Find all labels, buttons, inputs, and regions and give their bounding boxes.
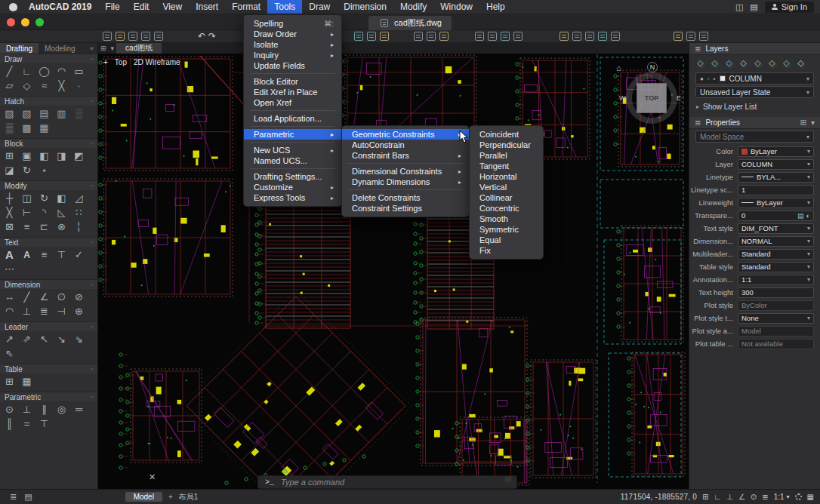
menu-item-drafting-settings[interactable]: Drafting Settings...	[244, 171, 341, 182]
menu-item-inquiry[interactable]: Inquiry	[244, 50, 341, 60]
section-header-hatch[interactable]: Hatch	[0, 96, 97, 106]
pan-icon[interactable]	[488, 32, 497, 41]
dimension-style-dropdown[interactable]: NORMAL	[738, 236, 814, 247]
vertical-icon[interactable]	[3, 418, 16, 430]
open-icon[interactable]	[116, 32, 125, 41]
hatch-horizontal-icon[interactable]	[38, 108, 51, 120]
properties-panel-header[interactable]: Properties	[689, 117, 820, 129]
menu-item-autoconstrain[interactable]: AutoConstrain	[342, 140, 469, 150]
orbit-icon[interactable]	[513, 32, 523, 41]
layer-freeze-icon[interactable]	[707, 75, 710, 82]
extend-icon[interactable]	[20, 207, 33, 219]
lights-icon[interactable]	[699, 32, 708, 41]
menu-item-equal[interactable]: Equal	[470, 235, 543, 245]
sheet-set-icon[interactable]	[427, 32, 436, 41]
menu-item-spelling[interactable]: Spelling⌘:	[244, 18, 341, 29]
text-height-input[interactable]: 300	[738, 287, 814, 298]
equal-icon[interactable]	[20, 418, 33, 430]
coincident-icon[interactable]	[3, 404, 16, 416]
freeze-layer-icon[interactable]	[766, 58, 778, 68]
explode-icon[interactable]	[55, 221, 68, 233]
chevron-down-icon[interactable]	[111, 45, 115, 52]
menu-item-perpendicular[interactable]: Perpendicular	[470, 140, 543, 150]
section-options-icon[interactable]	[91, 281, 93, 288]
align-leaders-icon[interactable]	[55, 333, 68, 346]
menu-item-named-ucs[interactable]: Named UCS...	[244, 155, 341, 166]
menu-item-dimensional-constraints[interactable]: Dimensional Constraints	[342, 166, 469, 177]
plot-preview-icon[interactable]	[367, 32, 376, 41]
shortcut-icon[interactable]	[750, 2, 757, 12]
menu-item-express-tools[interactable]: Express Tools	[244, 192, 341, 203]
save-as-icon[interactable]	[141, 32, 150, 41]
markup-icon[interactable]	[439, 32, 449, 41]
stretch-icon[interactable]	[38, 221, 51, 233]
linear-dimension-icon[interactable]	[3, 291, 16, 303]
menu-item-smooth[interactable]: Smooth	[470, 214, 543, 224]
apple-logo-icon[interactable]	[9, 3, 17, 11]
menu-item-coincident[interactable]: Coincident	[470, 129, 543, 140]
layer-dropdown[interactable]: COLUMN	[738, 159, 814, 170]
export-dwf-icon[interactable]	[572, 32, 581, 41]
panel-menu-icon[interactable]	[695, 45, 701, 53]
hatch-dots-light-icon[interactable]	[72, 108, 85, 120]
menu-item-customize[interactable]: Customize	[244, 182, 341, 192]
section-header-block[interactable]: Block	[0, 138, 97, 148]
selection-dropdown[interactable]: Model Space	[695, 131, 814, 143]
multileader-icon[interactable]	[3, 333, 16, 346]
viewcube-top-face[interactable]: TOP	[637, 83, 667, 113]
viewport-view-control[interactable]: Top	[115, 58, 127, 66]
field-icon[interactable]	[3, 263, 16, 275]
materials-icon[interactable]	[686, 32, 695, 41]
set-base-point-icon[interactable]	[3, 164, 16, 177]
menu-item-concentric[interactable]: Concentric	[470, 203, 543, 214]
menubar-item-view[interactable]: View	[156, 0, 189, 14]
plot-style-table-dropdown[interactable]: None	[738, 313, 814, 324]
scale-icon[interactable]	[72, 192, 85, 204]
mirror-icon[interactable]	[55, 192, 68, 204]
menu-item-geometric-constraints[interactable]: Geometric Constraints	[342, 129, 469, 140]
polyline-icon[interactable]	[20, 66, 33, 78]
layers-panel-header[interactable]: Layers	[689, 43, 820, 55]
menu-item-block-editor[interactable]: Block Editor	[244, 76, 341, 87]
panel-menu-icon[interactable]	[695, 118, 701, 127]
menubar-item-modify[interactable]: Modify	[393, 0, 433, 14]
menu-item-symmetric[interactable]: Symmetric	[470, 224, 543, 235]
transparency-input[interactable]: 0	[738, 211, 814, 221]
gear-icon[interactable]	[795, 493, 802, 500]
arc-length-icon[interactable]	[3, 306, 16, 318]
menu-item-constraint-bars[interactable]: Constraint Bars	[342, 150, 469, 161]
continue-icon[interactable]	[55, 306, 68, 318]
create-block-icon[interactable]	[20, 150, 33, 162]
line-icon[interactable]	[3, 66, 16, 78]
trim-icon[interactable]	[3, 207, 16, 219]
model-tab[interactable]: Model	[125, 492, 162, 502]
section-options-icon[interactable]	[91, 97, 93, 105]
tab-drafting[interactable]: Drafting	[0, 43, 39, 54]
menu-item-horizontal[interactable]: Horizontal	[470, 171, 543, 182]
spell-check-icon[interactable]	[72, 249, 85, 261]
write-block-icon[interactable]	[72, 150, 85, 162]
menu-item-dynamic-dimensions[interactable]: Dynamic Dimensions	[342, 177, 469, 187]
hatch-diagonal-icon[interactable]	[3, 108, 16, 120]
menubar-item-format[interactable]: Format	[225, 0, 267, 14]
etransmit-icon[interactable]	[598, 32, 607, 41]
menubar-item-insert[interactable]: Insert	[189, 0, 225, 14]
document-tab[interactable]: cad图纸.dwg	[368, 16, 452, 30]
render-icon[interactable]	[674, 32, 683, 41]
ortho-icon[interactable]	[726, 493, 733, 501]
layer-states-icon[interactable]	[738, 58, 749, 68]
ellipse-icon[interactable]	[3, 80, 16, 92]
menu-item-new-ucs[interactable]: New UCS	[244, 145, 341, 155]
select-window-icon[interactable]	[475, 32, 484, 41]
insert-block-icon[interactable]	[3, 150, 16, 162]
collapse-palette-icon[interactable]	[90, 45, 97, 52]
viewcube-north[interactable]: N	[647, 62, 658, 72]
menu-item-constraint-settings[interactable]: Constraint Settings	[342, 203, 469, 214]
menu-item-collinear[interactable]: Collinear	[470, 192, 543, 203]
sync-attributes-icon[interactable]	[20, 164, 33, 177]
spline-icon[interactable]	[38, 80, 51, 92]
offset-icon[interactable]	[20, 221, 33, 233]
sign-in-button[interactable]: Sign In	[765, 2, 814, 13]
properties-filter-icon[interactable]	[800, 118, 806, 127]
remove-leader-icon[interactable]	[38, 333, 51, 346]
